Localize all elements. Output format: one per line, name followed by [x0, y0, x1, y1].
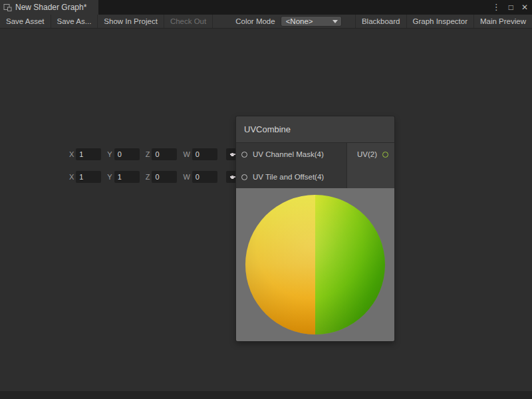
w-value-field[interactable]: 0 [192, 171, 217, 183]
w-drag-label[interactable]: W [183, 173, 190, 181]
preview-sphere-shading [245, 195, 385, 334]
maximize-icon[interactable]: □ [509, 0, 513, 15]
w-value-field[interactable]: 0 [192, 148, 217, 160]
color-mode-label: Color Mode [230, 15, 280, 28]
main-preview-toggle-button[interactable]: Main Preview [473, 15, 532, 28]
vector4-input-row-uv-channel-mask: X 1 Y 0 Z 0 W 0 [69, 148, 239, 160]
input-port-label: UV Channel Mask(4) [253, 150, 324, 158]
input-port-row-uv-channel-mask: UV Channel Mask(4) [236, 143, 346, 166]
node-uvcombine[interactable]: UVCombine UV(2) UV Channel Mask(4) UV Ti… [236, 116, 394, 341]
output-port-row: UV(2) [347, 143, 394, 166]
node-preview [236, 188, 394, 341]
z-value-field[interactable]: 0 [152, 148, 177, 160]
x-drag-label[interactable]: X [69, 150, 74, 158]
input-port-icon[interactable] [241, 174, 247, 180]
input-port-label: UV Tile and Offset(4) [253, 173, 324, 181]
color-mode-dropdown[interactable]: <None> [281, 16, 342, 27]
x-drag-label[interactable]: X [69, 173, 74, 181]
save-asset-button[interactable]: Save Asset [0, 15, 51, 28]
w-drag-label[interactable]: W [183, 150, 190, 158]
show-in-project-button[interactable]: Show In Project [98, 15, 164, 28]
node-title: UVCombine [244, 124, 291, 134]
output-port-icon[interactable] [382, 152, 388, 158]
check-out-button: Check Out [164, 15, 213, 28]
close-icon[interactable]: ✕ [521, 0, 528, 15]
preview-sphere [245, 195, 385, 334]
z-drag-label[interactable]: Z [146, 150, 150, 158]
shader-graph-window: New Shader Graph* ⋮ □ ✕ Save Asset Save … [0, 0, 532, 399]
y-value-field[interactable]: 1 [114, 171, 140, 183]
y-drag-label[interactable]: Y [107, 173, 112, 181]
graph-inspector-toggle-button[interactable]: Graph Inspector [406, 15, 473, 28]
tab-bar: New Shader Graph* ⋮ □ ✕ [0, 0, 532, 15]
toolbar: Save Asset Save As... Show In Project Ch… [0, 15, 532, 29]
node-body: UV(2) UV Channel Mask(4) UV Tile and Off… [236, 143, 394, 188]
window-controls: ⋮ □ ✕ [492, 0, 528, 15]
node-output-section: UV(2) [346, 143, 394, 188]
tab-title: New Shader Graph* [15, 3, 86, 12]
blackboard-toggle-button[interactable]: Blackboard [355, 15, 406, 28]
z-value-field[interactable]: 0 [152, 171, 177, 183]
vector4-input-row-uv-tile-offset: X 1 Y 1 Z 0 W 0 [69, 171, 239, 183]
save-as-button[interactable]: Save As... [51, 15, 98, 28]
shader-graph-icon [3, 3, 12, 12]
window-bottom-strip [0, 391, 532, 399]
input-port-icon[interactable] [241, 152, 247, 158]
color-mode-value: <None> [286, 17, 313, 25]
dropdown-arrow-icon [332, 20, 338, 23]
tab-new-shader-graph[interactable]: New Shader Graph* [0, 0, 98, 15]
kebab-menu-icon[interactable]: ⋮ [492, 0, 501, 15]
node-title-bar[interactable]: UVCombine [236, 116, 394, 143]
z-drag-label[interactable]: Z [146, 173, 150, 181]
output-port-label: UV(2) [357, 150, 377, 158]
y-value-field[interactable]: 0 [114, 148, 140, 160]
input-port-row-uv-tile-offset: UV Tile and Offset(4) [236, 166, 346, 188]
y-drag-label[interactable]: Y [107, 150, 112, 158]
x-value-field[interactable]: 1 [76, 148, 101, 160]
x-value-field[interactable]: 1 [76, 171, 101, 183]
toolbar-spacer [342, 15, 355, 28]
